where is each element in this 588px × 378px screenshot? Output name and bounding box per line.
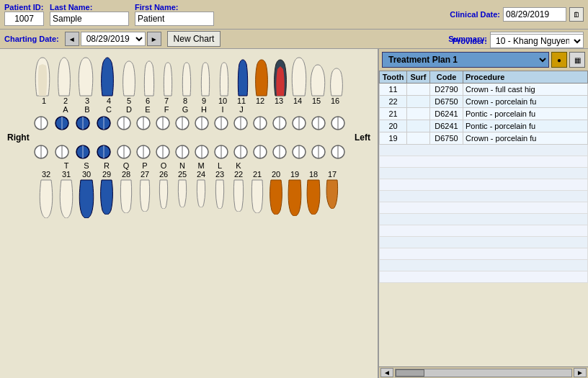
- lower-tooth-25[interactable]: [173, 179, 192, 207]
- treatment-table: Tooth Surf Code Procedure 11 D2790 Crown…: [379, 71, 588, 283]
- dental-chart: 1 2 3 4 5 6 7 8 9 10 11 12 13 14 15 16 A: [0, 49, 379, 378]
- upper-tooth-13[interactable]: [271, 59, 290, 96]
- lower-circle-32[interactable]: [31, 144, 51, 160]
- treatment-plan-select[interactable]: Treatment Plan 1: [382, 52, 549, 68]
- scroll-track[interactable]: [395, 369, 572, 377]
- lower-circle-27[interactable]: [134, 144, 153, 160]
- upper-tooth-2[interactable]: [53, 57, 75, 96]
- upper-circle-14[interactable]: [290, 115, 308, 131]
- lower-circle-19[interactable]: [290, 144, 308, 160]
- lower-tooth-20[interactable]: [267, 179, 285, 215]
- upper-tooth-10[interactable]: [215, 62, 233, 96]
- lower-tooth-28[interactable]: [117, 179, 135, 213]
- lower-circle-30[interactable]: [73, 144, 93, 160]
- calendar-button[interactable]: 🗓: [569, 7, 584, 22]
- upper-circle-6[interactable]: [134, 115, 153, 131]
- upper-tooth-1[interactable]: [32, 57, 53, 96]
- table-row[interactable]: 19 D6750 Crown - porcelain fu: [380, 132, 588, 145]
- lower-circle-17[interactable]: [329, 144, 347, 160]
- upper-circle-3[interactable]: [73, 115, 93, 131]
- upper-circle-7[interactable]: [153, 115, 172, 131]
- scroll-left-button[interactable]: ◄: [380, 368, 393, 377]
- upper-circle-2[interactable]: [52, 115, 72, 131]
- table-scrollbar[interactable]: ◄ ►: [379, 366, 588, 378]
- upper-tooth-9[interactable]: [196, 62, 215, 96]
- col-code: Code: [430, 71, 463, 84]
- upper-circle-10[interactable]: [212, 115, 231, 131]
- lower-tooth-26[interactable]: [154, 179, 173, 209]
- table-empty-row: [380, 145, 588, 156]
- upper-tooth-4[interactable]: [97, 57, 118, 96]
- lower-circle-21[interactable]: [251, 144, 270, 160]
- col-surf: Surf: [407, 71, 430, 84]
- lower-circle-25[interactable]: [173, 144, 192, 160]
- lower-circle-28[interactable]: [115, 144, 133, 160]
- col-tooth: Tooth: [380, 71, 407, 84]
- lower-circle-18[interactable]: [309, 144, 328, 160]
- table-row[interactable]: 21 D6241 Pontic - porcelain fu: [380, 108, 588, 120]
- lower-tooth-27[interactable]: [135, 179, 154, 212]
- col-procedure: Procedure: [463, 71, 588, 84]
- prev-date-button[interactable]: ◄: [65, 32, 79, 46]
- lower-circle-20[interactable]: [270, 144, 289, 160]
- upper-tooth-16[interactable]: [327, 68, 346, 96]
- upper-tooth-15[interactable]: [308, 64, 327, 96]
- charting-date-select[interactable]: 08/29/2019: [81, 32, 146, 46]
- table-row[interactable]: 11 D2790 Crown - full cast hig: [380, 84, 588, 96]
- table-empty-row: [380, 248, 588, 260]
- charting-date-label: Charting Date:: [4, 35, 59, 43]
- lower-tooth-21[interactable]: [248, 179, 267, 213]
- upper-circle-9[interactable]: [192, 115, 211, 131]
- upper-tooth-6[interactable]: [140, 60, 159, 96]
- lower-tooth-29[interactable]: [97, 179, 117, 215]
- upper-tooth-7[interactable]: [159, 62, 177, 96]
- upper-tooth-3[interactable]: [75, 57, 97, 96]
- upper-circle-8[interactable]: [173, 115, 192, 131]
- lower-circle-29[interactable]: [94, 144, 114, 160]
- upper-tooth-12[interactable]: [252, 59, 271, 96]
- new-chart-button[interactable]: New Chart: [167, 31, 221, 47]
- lower-tooth-31[interactable]: [56, 179, 76, 218]
- table-row[interactable]: 22 D6750 Crown - porcelain fu: [380, 96, 588, 108]
- table-empty-row: [380, 225, 588, 237]
- lower-circle-31[interactable]: [52, 144, 72, 160]
- lower-tooth-17[interactable]: [323, 179, 342, 209]
- lower-circle-23[interactable]: [212, 144, 231, 160]
- treatment-plan-view-button[interactable]: ▦: [569, 52, 585, 68]
- lower-circle-22[interactable]: [231, 144, 250, 160]
- upper-tooth-11[interactable]: [233, 59, 252, 96]
- date-nav: ◄ 08/29/2019 ►: [65, 32, 161, 46]
- upper-circle-15[interactable]: [309, 115, 328, 131]
- lower-tooth-22[interactable]: [229, 179, 248, 212]
- lower-tooth-18[interactable]: [304, 179, 323, 215]
- last-name-input[interactable]: [50, 12, 129, 26]
- lower-circle-24[interactable]: [192, 144, 211, 160]
- upper-circle-4[interactable]: [94, 115, 114, 131]
- table-row[interactable]: 20 D6241 Pontic - porcelain fu: [380, 120, 588, 132]
- upper-circle-13[interactable]: [270, 115, 289, 131]
- lower-tooth-19[interactable]: [285, 179, 304, 216]
- lower-tooth-circles: [1, 144, 376, 160]
- upper-tooth-8[interactable]: [177, 62, 196, 96]
- lower-tooth-24[interactable]: [192, 179, 210, 207]
- patient-id-input[interactable]: [4, 12, 44, 26]
- provider-select[interactable]: 10 - Khang Nguyen: [490, 34, 584, 48]
- upper-circle-16[interactable]: [329, 115, 347, 131]
- treatment-plan-gold-button[interactable]: ●: [551, 52, 567, 68]
- upper-tooth-5[interactable]: [118, 60, 140, 96]
- lower-circle-26[interactable]: [153, 144, 172, 160]
- clinical-date-input[interactable]: [503, 7, 566, 22]
- table-empty-row: [380, 202, 588, 214]
- upper-circle-11[interactable]: [231, 115, 250, 131]
- upper-circle-12[interactable]: [251, 115, 270, 131]
- clinical-date-section: Clinical Date: 🗓: [450, 7, 584, 22]
- lower-tooth-32[interactable]: [36, 179, 56, 218]
- first-name-input[interactable]: [135, 12, 214, 26]
- lower-tooth-30[interactable]: [76, 179, 97, 218]
- upper-circle-5[interactable]: [115, 115, 133, 131]
- next-date-button[interactable]: ►: [147, 32, 161, 46]
- lower-tooth-23[interactable]: [210, 179, 229, 209]
- upper-circle-1[interactable]: [31, 115, 51, 131]
- scroll-right-button[interactable]: ►: [574, 368, 587, 377]
- upper-tooth-14[interactable]: [290, 57, 308, 96]
